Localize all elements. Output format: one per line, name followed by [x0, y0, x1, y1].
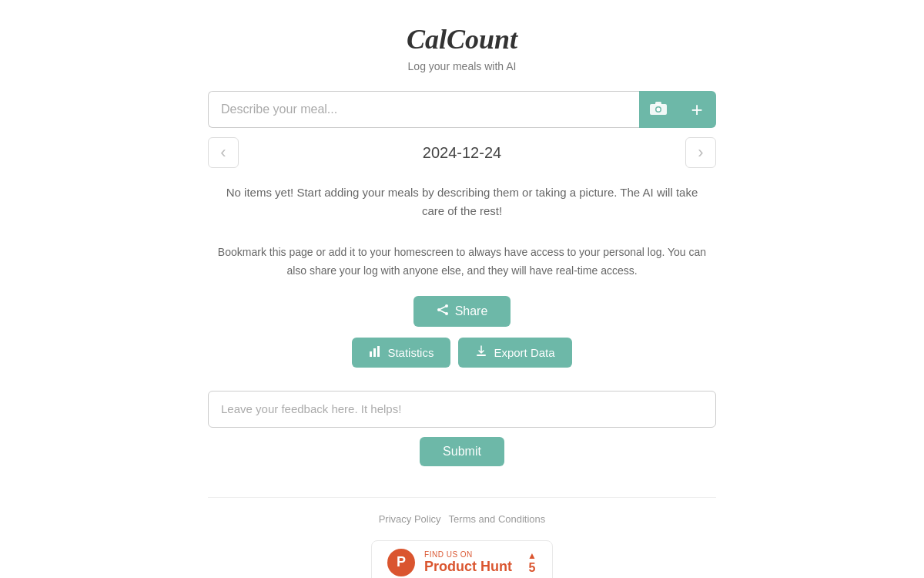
app-subtitle: Log your meals with AI — [408, 60, 517, 72]
product-hunt-label: Product Hunt — [424, 559, 512, 575]
chevron-right-icon: › — [698, 143, 703, 163]
feedback-input[interactable] — [208, 391, 716, 428]
product-hunt-text: FIND US ON Product Hunt — [424, 550, 512, 575]
date-nav-row: ‹ 2024-12-24 › — [208, 137, 716, 168]
svg-rect-9 — [370, 351, 372, 357]
page-wrapper: CalCount Log your meals with AI + ‹ 2024… — [192, 0, 732, 578]
share-icon — [437, 304, 449, 319]
download-icon — [475, 345, 487, 360]
app-title: CalCount — [407, 23, 517, 55]
svg-line-8 — [439, 310, 447, 314]
find-us-label: FIND US ON — [424, 550, 512, 559]
svg-rect-10 — [373, 348, 376, 357]
plus-icon: + — [691, 99, 702, 119]
action-row: Statistics Export Data — [352, 338, 571, 368]
terms-link[interactable]: Terms and Conditions — [449, 513, 546, 525]
svg-rect-12 — [477, 355, 486, 356]
meal-input[interactable] — [208, 91, 639, 128]
product-hunt-count: ▲ 5 — [527, 550, 537, 575]
add-button[interactable]: + — [678, 91, 716, 128]
footer-links: Privacy Policy Terms and Conditions — [379, 513, 546, 525]
svg-point-2 — [657, 107, 661, 111]
svg-rect-11 — [377, 346, 380, 357]
privacy-policy-link[interactable]: Privacy Policy — [379, 513, 441, 525]
camera-button[interactable] — [639, 91, 678, 128]
svg-rect-3 — [655, 102, 661, 105]
chevron-left-icon: ‹ — [220, 143, 226, 163]
statistics-label: Statistics — [387, 346, 434, 359]
product-hunt-badge[interactable]: P FIND US ON Product Hunt ▲ 5 — [371, 540, 553, 578]
empty-state-message: No items yet! Start adding your meals by… — [208, 183, 716, 220]
upvote-count: 5 — [529, 561, 536, 575]
camera-icon — [650, 101, 667, 119]
info-message: Bookmark this page or add it to your hom… — [208, 244, 716, 281]
share-button[interactable]: Share — [413, 296, 511, 327]
next-date-button[interactable]: › — [685, 137, 716, 168]
upvote-triangle: ▲ — [527, 550, 537, 561]
statistics-button[interactable]: Statistics — [352, 338, 450, 368]
share-label: Share — [455, 304, 488, 318]
export-button[interactable]: Export Data — [458, 338, 571, 368]
bar-chart-icon — [369, 345, 381, 360]
export-label: Export Data — [494, 346, 554, 359]
current-date: 2024-12-24 — [423, 144, 501, 162]
svg-line-7 — [439, 306, 447, 310]
submit-button[interactable]: Submit — [420, 437, 504, 466]
meal-input-row: + — [208, 91, 716, 128]
divider — [208, 497, 716, 498]
product-hunt-logo: P — [387, 549, 415, 576]
prev-date-button[interactable]: ‹ — [208, 137, 239, 168]
submit-label: Submit — [443, 445, 481, 458]
